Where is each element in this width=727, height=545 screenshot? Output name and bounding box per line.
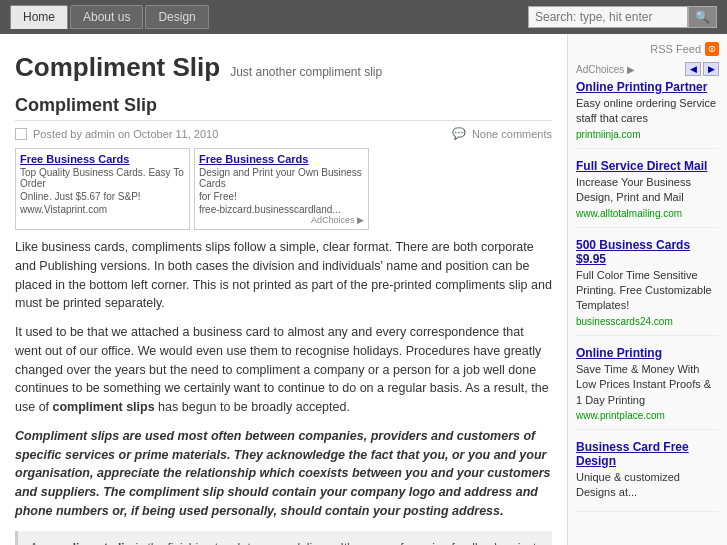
ad-choices-nav: ◀ ▶ (685, 62, 719, 76)
nav-design[interactable]: Design (145, 5, 208, 29)
nav-tabs: Home About us Design (10, 5, 209, 29)
sidebar-ad-3-desc: Save Time & Money With Low Prices Instan… (576, 362, 719, 408)
highlight-compliment-slip3: compliment slip (41, 541, 132, 546)
article-body: Like business cards, compliments slips f… (15, 238, 552, 545)
sidebar-ad-0: Online Printing Partner Easy online orde… (576, 80, 719, 149)
highlight-compliment-slips2: Compliment slips (15, 429, 119, 443)
main-content: Compliment Slip Just another compliment … (0, 34, 567, 545)
top-ad-1-line1: Design and Print your Own Business Cards (199, 167, 364, 189)
top-ad-1-url: free-bizcard.businesscardland... (199, 204, 364, 215)
sidebar-ad-3: Online Printing Save Time & Money With L… (576, 346, 719, 430)
sidebar-ad-1-url: www.alltotalmailing.com (576, 208, 719, 219)
ad-choices-text: AdChoices ▶ (576, 64, 635, 75)
sidebar-ad-2-desc: Full Color Time Sensitive Printing. Free… (576, 268, 719, 314)
article-para3: Compliment slips are used most often bet… (15, 427, 552, 521)
comment-icon: 💬 (452, 127, 466, 140)
article-para2: It used to be that we attached a busines… (15, 323, 552, 417)
top-ad-0-line2: Online. Just $5.67 for S&P! (20, 191, 185, 202)
top-ad-0-line1: Top Quality Business Cards. Easy To Orde… (20, 167, 185, 189)
sidebar-ad-2: 500 Business Cards $9.95 Full Color Time… (576, 238, 719, 336)
top-ad-0-title[interactable]: Free Business Cards (20, 153, 129, 165)
quote-block: A compliment slip is the finishing touch… (15, 531, 552, 546)
sidebar-ad-0-desc: Easy online ordering Service staff that … (576, 96, 719, 127)
article-para1: Like business cards, compliments slips f… (15, 238, 552, 313)
sidebar-ad-1: Full Service Direct Mail Increase Your B… (576, 159, 719, 228)
ad-choices-label: AdChoices ▶ (199, 215, 364, 225)
sidebar-ad-0-title[interactable]: Online Printing Partner (576, 80, 719, 94)
ad-prev-button[interactable]: ◀ (685, 62, 701, 76)
search-box: 🔍 (528, 6, 717, 28)
sidebar-ad-4-desc: Unique & customized Designs at... (576, 470, 719, 501)
post-meta: Posted by admin on October 11, 2010 💬 No… (15, 127, 552, 140)
site-tagline: Just another compliment slip (230, 65, 382, 79)
nav-home[interactable]: Home (10, 5, 68, 29)
site-header: Home About us Design 🔍 (0, 0, 727, 34)
top-ad-1-line2: for Free! (199, 191, 364, 202)
sidebar-ad-4: Business Card Free Design Unique & custo… (576, 440, 719, 512)
top-ad-1-title[interactable]: Free Business Cards (199, 153, 308, 165)
top-ad-0: Free Business Cards Top Quality Business… (15, 148, 190, 230)
rss-label: RSS Feed (650, 43, 701, 55)
highlight-compliment-slips: compliment slips (53, 400, 155, 414)
post-author-date: Posted by admin on October 11, 2010 (33, 128, 218, 140)
page-title: Compliment Slip (15, 95, 552, 121)
sidebar: RSS Feed ⦿ AdChoices ▶ ◀ ▶ Online Printi… (567, 34, 727, 545)
sidebar-ad-1-title[interactable]: Full Service Direct Mail (576, 159, 719, 173)
sidebar-ad-1-desc: Increase Your Business Design, Print and… (576, 175, 719, 206)
post-icon (15, 128, 27, 140)
search-button[interactable]: 🔍 (688, 6, 717, 28)
sidebar-ad-2-url: businesscards24.com (576, 316, 719, 327)
sidebar-ad-4-title[interactable]: Business Card Free Design (576, 440, 719, 468)
top-ads: Free Business Cards Top Quality Business… (15, 148, 552, 230)
top-ad-0-url: www.Vistaprint.com (20, 204, 185, 215)
sidebar-ad-2-title[interactable]: 500 Business Cards $9.95 (576, 238, 719, 266)
sidebar-ad-3-url: www.printplace.com (576, 410, 719, 421)
sidebar-ad-0-url: printniinja.com (576, 129, 719, 140)
nav-about[interactable]: About us (70, 5, 143, 29)
rss-icon[interactable]: ⦿ (705, 42, 719, 56)
ad-next-button[interactable]: ▶ (703, 62, 719, 76)
ad-choices-top: AdChoices ▶ ◀ ▶ (576, 62, 719, 76)
sidebar-ad-3-title[interactable]: Online Printing (576, 346, 719, 360)
top-ad-1: Free Business Cards Design and Print you… (194, 148, 369, 230)
rss-bar: RSS Feed ⦿ (576, 42, 719, 56)
post-comments: None comments (472, 128, 552, 140)
site-title: Compliment Slip (15, 52, 220, 83)
search-input[interactable] (528, 6, 688, 28)
